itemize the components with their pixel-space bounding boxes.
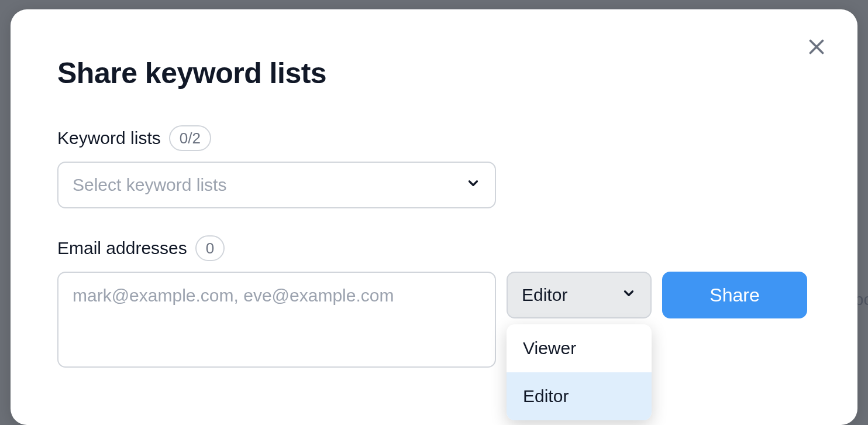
share-keyword-lists-modal: Share keyword lists Keyword lists 0/2 Se… [11, 9, 857, 425]
close-icon [806, 36, 827, 57]
close-button[interactable] [804, 34, 829, 60]
role-select-value: Editor [522, 285, 567, 305]
email-label-row: Email addresses 0 [57, 235, 811, 261]
email-count-badge: 0 [195, 235, 225, 261]
keyword-lists-select[interactable]: Select keyword lists [57, 162, 496, 208]
chevron-down-icon [466, 175, 481, 195]
keyword-lists-label: Keyword lists [57, 128, 161, 148]
keyword-lists-count-badge: 0/2 [169, 125, 211, 151]
email-label: Email addresses [57, 238, 187, 258]
share-button[interactable]: Share [662, 272, 807, 318]
chevron-down-icon [621, 285, 636, 305]
email-input-row: Editor Viewer Editor Share [57, 272, 811, 368]
keyword-lists-field: Keyword lists 0/2 Select keyword lists [57, 125, 811, 208]
keyword-lists-placeholder: Select keyword lists [73, 175, 226, 195]
role-option-viewer[interactable]: Viewer [507, 324, 652, 372]
email-addresses-field: Email addresses 0 Editor Viewer Editor S… [57, 235, 811, 368]
role-dropdown: Viewer Editor [507, 324, 652, 420]
role-option-editor[interactable]: Editor [507, 372, 652, 420]
role-select-wrapper: Editor Viewer Editor [507, 272, 652, 318]
email-input[interactable] [57, 272, 496, 368]
modal-title: Share keyword lists [57, 56, 811, 90]
role-select[interactable]: Editor [507, 272, 652, 318]
keyword-lists-label-row: Keyword lists 0/2 [57, 125, 811, 151]
